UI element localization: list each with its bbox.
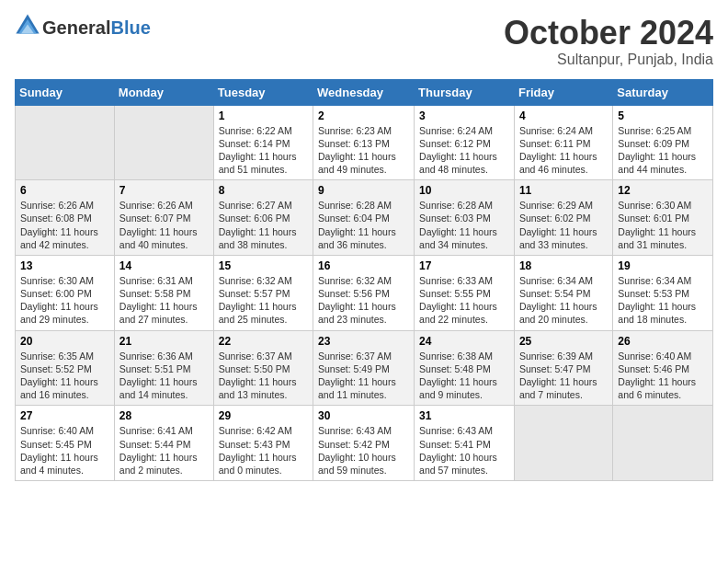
cell-content: Sunrise: 6:33 AMSunset: 5:55 PMDaylight:… bbox=[419, 274, 509, 327]
cell-content: Sunrise: 6:26 AMSunset: 6:07 PMDaylight:… bbox=[119, 199, 209, 251]
day-number: 3 bbox=[419, 109, 509, 122]
day-number: 11 bbox=[519, 184, 608, 197]
calendar-week-row: 6Sunrise: 6:26 AMSunset: 6:08 PMDaylight… bbox=[16, 180, 713, 256]
logo-icon bbox=[15, 13, 40, 39]
day-number: 5 bbox=[618, 109, 708, 122]
day-number: 14 bbox=[119, 259, 209, 272]
calendar-cell: 23Sunrise: 6:37 AMSunset: 5:49 PMDayligh… bbox=[313, 330, 415, 406]
cell-content: Sunrise: 6:43 AMSunset: 5:41 PMDaylight:… bbox=[419, 424, 509, 477]
calendar-cell: 22Sunrise: 6:37 AMSunset: 5:50 PMDayligh… bbox=[213, 330, 313, 406]
page-header: GeneralBlue October 2024 Sultanpur, Punj… bbox=[15, 15, 713, 68]
day-number: 21 bbox=[119, 335, 209, 348]
calendar-cell: 9Sunrise: 6:28 AMSunset: 6:04 PMDaylight… bbox=[313, 180, 415, 256]
logo: GeneralBlue bbox=[15, 15, 151, 40]
day-number: 2 bbox=[318, 109, 409, 122]
day-of-week-header: Saturday bbox=[613, 79, 713, 105]
calendar-cell: 7Sunrise: 6:26 AMSunset: 6:07 PMDaylight… bbox=[114, 180, 213, 256]
cell-content: Sunrise: 6:43 AMSunset: 5:42 PMDaylight:… bbox=[318, 424, 409, 477]
calendar-cell bbox=[16, 105, 115, 180]
calendar-week-row: 20Sunrise: 6:35 AMSunset: 5:52 PMDayligh… bbox=[16, 330, 713, 406]
day-number: 20 bbox=[20, 335, 109, 348]
day-number: 10 bbox=[419, 184, 509, 197]
day-number: 6 bbox=[20, 184, 109, 197]
day-of-week-header: Sunday bbox=[16, 79, 115, 105]
calendar-cell: 3Sunrise: 6:24 AMSunset: 6:12 PMDaylight… bbox=[415, 105, 515, 180]
calendar-cell: 12Sunrise: 6:30 AMSunset: 6:01 PMDayligh… bbox=[613, 180, 713, 256]
calendar-week-row: 27Sunrise: 6:40 AMSunset: 5:45 PMDayligh… bbox=[16, 406, 713, 481]
day-number: 28 bbox=[119, 409, 209, 422]
day-number: 13 bbox=[20, 259, 109, 272]
cell-content: Sunrise: 6:24 AMSunset: 6:11 PMDaylight:… bbox=[519, 124, 608, 177]
calendar-cell: 11Sunrise: 6:29 AMSunset: 6:02 PMDayligh… bbox=[514, 180, 612, 256]
cell-content: Sunrise: 6:24 AMSunset: 6:12 PMDaylight:… bbox=[419, 124, 509, 177]
calendar-cell: 29Sunrise: 6:42 AMSunset: 5:43 PMDayligh… bbox=[213, 406, 313, 481]
calendar-cell: 14Sunrise: 6:31 AMSunset: 5:58 PMDayligh… bbox=[114, 255, 213, 330]
cell-content: Sunrise: 6:28 AMSunset: 6:04 PMDaylight:… bbox=[318, 199, 409, 251]
cell-content: Sunrise: 6:34 AMSunset: 5:54 PMDaylight:… bbox=[519, 274, 608, 327]
calendar-cell: 31Sunrise: 6:43 AMSunset: 5:41 PMDayligh… bbox=[415, 406, 515, 481]
cell-content: Sunrise: 6:30 AMSunset: 6:01 PMDaylight:… bbox=[618, 199, 708, 251]
day-of-week-header: Friday bbox=[514, 79, 612, 105]
calendar-week-row: 1Sunrise: 6:22 AMSunset: 6:14 PMDaylight… bbox=[16, 105, 713, 180]
location-subtitle: Sultanpur, Punjab, India bbox=[504, 52, 713, 68]
calendar-cell: 21Sunrise: 6:36 AMSunset: 5:51 PMDayligh… bbox=[114, 330, 213, 406]
day-of-week-header: Tuesday bbox=[213, 79, 313, 105]
cell-content: Sunrise: 6:22 AMSunset: 6:14 PMDaylight:… bbox=[219, 124, 308, 177]
day-number: 29 bbox=[219, 409, 308, 422]
day-number: 26 bbox=[618, 335, 708, 348]
cell-content: Sunrise: 6:28 AMSunset: 6:03 PMDaylight:… bbox=[419, 199, 509, 251]
calendar-cell bbox=[613, 406, 713, 481]
day-number: 18 bbox=[519, 259, 608, 272]
cell-content: Sunrise: 6:37 AMSunset: 5:49 PMDaylight:… bbox=[318, 350, 409, 402]
day-number: 1 bbox=[219, 109, 308, 122]
calendar-cell: 17Sunrise: 6:33 AMSunset: 5:55 PMDayligh… bbox=[415, 255, 515, 330]
cell-content: Sunrise: 6:39 AMSunset: 5:47 PMDaylight:… bbox=[519, 350, 608, 402]
cell-content: Sunrise: 6:29 AMSunset: 6:02 PMDaylight:… bbox=[519, 199, 608, 251]
calendar-cell: 24Sunrise: 6:38 AMSunset: 5:48 PMDayligh… bbox=[415, 330, 515, 406]
cell-content: Sunrise: 6:35 AMSunset: 5:52 PMDaylight:… bbox=[20, 350, 109, 402]
day-number: 24 bbox=[419, 335, 509, 348]
cell-content: Sunrise: 6:34 AMSunset: 5:53 PMDaylight:… bbox=[618, 274, 708, 327]
calendar-cell: 19Sunrise: 6:34 AMSunset: 5:53 PMDayligh… bbox=[613, 255, 713, 330]
day-number: 30 bbox=[318, 409, 409, 422]
day-number: 12 bbox=[618, 184, 708, 197]
day-of-week-header: Thursday bbox=[415, 79, 515, 105]
day-number: 25 bbox=[519, 335, 608, 348]
day-number: 19 bbox=[618, 259, 708, 272]
calendar-cell: 10Sunrise: 6:28 AMSunset: 6:03 PMDayligh… bbox=[415, 180, 515, 256]
day-number: 27 bbox=[20, 409, 109, 422]
cell-content: Sunrise: 6:32 AMSunset: 5:57 PMDaylight:… bbox=[219, 274, 308, 327]
month-title: October 2024 bbox=[504, 15, 713, 52]
cell-content: Sunrise: 6:40 AMSunset: 5:45 PMDaylight:… bbox=[20, 424, 109, 477]
calendar-cell: 25Sunrise: 6:39 AMSunset: 5:47 PMDayligh… bbox=[514, 330, 612, 406]
day-number: 8 bbox=[219, 184, 308, 197]
cell-content: Sunrise: 6:36 AMSunset: 5:51 PMDaylight:… bbox=[119, 350, 209, 402]
day-number: 9 bbox=[318, 184, 409, 197]
calendar-week-row: 13Sunrise: 6:30 AMSunset: 6:00 PMDayligh… bbox=[16, 255, 713, 330]
cell-content: Sunrise: 6:40 AMSunset: 5:46 PMDaylight:… bbox=[618, 350, 708, 402]
calendar-cell: 1Sunrise: 6:22 AMSunset: 6:14 PMDaylight… bbox=[213, 105, 313, 180]
day-number: 22 bbox=[219, 335, 308, 348]
calendar-cell: 6Sunrise: 6:26 AMSunset: 6:08 PMDaylight… bbox=[16, 180, 115, 256]
calendar-cell bbox=[514, 406, 612, 481]
calendar-cell: 5Sunrise: 6:25 AMSunset: 6:09 PMDaylight… bbox=[613, 105, 713, 180]
day-of-week-header: Wednesday bbox=[313, 79, 415, 105]
calendar-cell: 8Sunrise: 6:27 AMSunset: 6:06 PMDaylight… bbox=[213, 180, 313, 256]
calendar-cell: 26Sunrise: 6:40 AMSunset: 5:46 PMDayligh… bbox=[613, 330, 713, 406]
day-number: 17 bbox=[419, 259, 509, 272]
cell-content: Sunrise: 6:42 AMSunset: 5:43 PMDaylight:… bbox=[219, 424, 308, 477]
calendar-cell: 28Sunrise: 6:41 AMSunset: 5:44 PMDayligh… bbox=[114, 406, 213, 481]
cell-content: Sunrise: 6:27 AMSunset: 6:06 PMDaylight:… bbox=[219, 199, 308, 251]
cell-content: Sunrise: 6:32 AMSunset: 5:56 PMDaylight:… bbox=[318, 274, 409, 327]
calendar-cell: 2Sunrise: 6:23 AMSunset: 6:13 PMDaylight… bbox=[313, 105, 415, 180]
cell-content: Sunrise: 6:38 AMSunset: 5:48 PMDaylight:… bbox=[419, 350, 509, 402]
cell-content: Sunrise: 6:37 AMSunset: 5:50 PMDaylight:… bbox=[219, 350, 308, 402]
calendar-table: SundayMondayTuesdayWednesdayThursdayFrid… bbox=[15, 79, 713, 481]
cell-content: Sunrise: 6:30 AMSunset: 6:00 PMDaylight:… bbox=[20, 274, 109, 327]
calendar-cell: 13Sunrise: 6:30 AMSunset: 6:00 PMDayligh… bbox=[16, 255, 115, 330]
calendar-cell: 20Sunrise: 6:35 AMSunset: 5:52 PMDayligh… bbox=[16, 330, 115, 406]
cell-content: Sunrise: 6:41 AMSunset: 5:44 PMDaylight:… bbox=[119, 424, 209, 477]
calendar-cell: 16Sunrise: 6:32 AMSunset: 5:56 PMDayligh… bbox=[313, 255, 415, 330]
cell-content: Sunrise: 6:23 AMSunset: 6:13 PMDaylight:… bbox=[318, 124, 409, 177]
calendar-cell bbox=[114, 105, 213, 180]
